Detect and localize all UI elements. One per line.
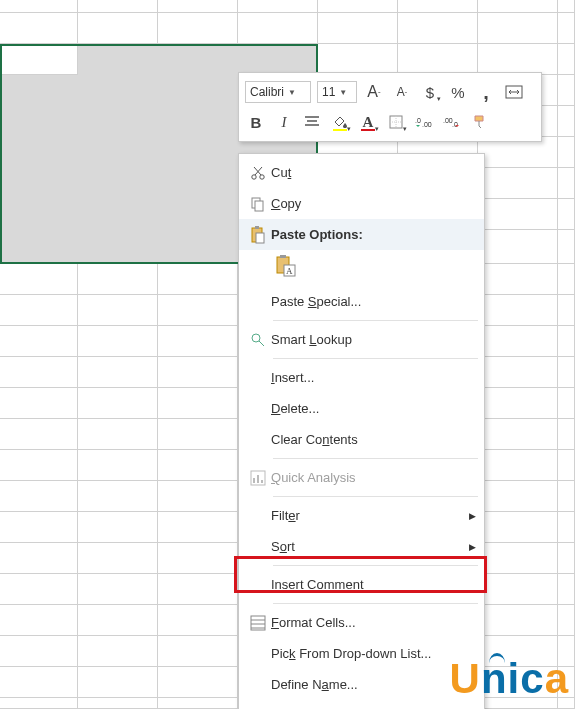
menu-insert-comment[interactable]: Insert Comment bbox=[239, 569, 484, 600]
chevron-down-icon: ▼ bbox=[288, 88, 296, 97]
menu-quick-analysis: Quick Analysis bbox=[239, 462, 484, 493]
quick-analysis-icon bbox=[245, 470, 271, 486]
menu-format-cells[interactable]: Format Cells... bbox=[239, 607, 484, 638]
increase-decimal-button[interactable]: .0.00 bbox=[413, 111, 435, 133]
borders-button[interactable]: ▾ bbox=[385, 111, 407, 133]
menu-label: Format Cells... bbox=[271, 615, 476, 630]
menu-label: Insert Comment bbox=[271, 577, 476, 592]
italic-button[interactable]: I bbox=[273, 111, 295, 133]
mini-toolbar: Calibri ▼ 11 ▼ Aˆ Aˇ $▾ % , B I bbox=[238, 72, 542, 142]
menu-pick-dropdown[interactable]: Pick From Drop-down List... bbox=[239, 638, 484, 669]
search-icon bbox=[245, 332, 271, 348]
menu-sort[interactable]: Sort ▶ bbox=[239, 531, 484, 562]
menu-label: Clear Contents bbox=[271, 432, 476, 447]
font-size-value: 11 bbox=[322, 85, 335, 99]
svg-point-17 bbox=[252, 334, 260, 342]
svg-text:.0: .0 bbox=[452, 121, 458, 128]
svg-point-6 bbox=[252, 174, 256, 178]
menu-label: Smart Lookup bbox=[271, 332, 476, 347]
svg-rect-9 bbox=[255, 201, 263, 211]
svg-point-7 bbox=[260, 174, 264, 178]
svg-rect-11 bbox=[255, 226, 259, 229]
svg-rect-14 bbox=[280, 255, 286, 258]
svg-text:.00: .00 bbox=[422, 121, 432, 128]
menu-label: Copy bbox=[271, 196, 476, 211]
menu-label: Define Name... bbox=[271, 677, 476, 692]
menu-label: Delete... bbox=[271, 401, 476, 416]
bold-button[interactable]: B bbox=[245, 111, 267, 133]
separator bbox=[273, 458, 478, 459]
percent-format-button[interactable]: % bbox=[447, 81, 469, 103]
scissors-icon bbox=[245, 165, 271, 181]
menu-label: Insert... bbox=[271, 370, 476, 385]
accounting-format-button[interactable]: $▾ bbox=[419, 81, 441, 103]
menu-define-name[interactable]: Define Name... bbox=[239, 669, 484, 700]
menu-label: Paste Special... bbox=[271, 294, 476, 309]
menu-paste-options[interactable]: Paste Options: bbox=[239, 219, 484, 250]
separator bbox=[273, 320, 478, 321]
increase-font-button[interactable]: Aˆ bbox=[363, 81, 385, 103]
menu-delete[interactable]: Delete... bbox=[239, 393, 484, 424]
svg-text:A: A bbox=[286, 266, 293, 276]
menu-cut[interactable]: Cut bbox=[239, 157, 484, 188]
submenu-arrow-icon: ▶ bbox=[469, 542, 476, 552]
menu-clear-contents[interactable]: Clear Contents bbox=[239, 424, 484, 455]
svg-rect-20 bbox=[257, 475, 259, 483]
comma-format-button[interactable]: , bbox=[475, 81, 497, 103]
chevron-down-icon: ▼ bbox=[339, 88, 347, 97]
font-name-value: Calibri bbox=[250, 85, 284, 99]
format-painter-button[interactable] bbox=[469, 111, 491, 133]
watermark-logo: Unica bbox=[450, 655, 569, 703]
svg-rect-19 bbox=[253, 478, 255, 483]
svg-rect-12 bbox=[256, 233, 264, 243]
fill-color-button[interactable]: ▾ bbox=[329, 111, 351, 133]
svg-text:.0: .0 bbox=[415, 117, 421, 124]
logo-letter: U bbox=[450, 655, 481, 702]
menu-copy[interactable]: Copy bbox=[239, 188, 484, 219]
clipboard-icon bbox=[245, 226, 271, 244]
menu-filter[interactable]: Filter ▶ bbox=[239, 500, 484, 531]
font-color-button[interactable]: A ▾ bbox=[357, 111, 379, 133]
copy-icon bbox=[245, 196, 271, 212]
separator bbox=[273, 496, 478, 497]
paste-keep-source-button[interactable]: A bbox=[273, 252, 299, 280]
menu-label: Filter bbox=[271, 508, 469, 523]
separator bbox=[273, 358, 478, 359]
menu-label: Paste Options: bbox=[271, 227, 476, 242]
merge-center-button[interactable] bbox=[503, 81, 525, 103]
menu-label: Pick From Drop-down List... bbox=[271, 646, 476, 661]
format-cells-icon bbox=[245, 615, 271, 631]
svg-rect-21 bbox=[261, 480, 263, 483]
context-menu: Cut Copy Paste Options: A Paste Special.… bbox=[238, 153, 485, 709]
center-align-button[interactable] bbox=[301, 111, 323, 133]
font-size-select[interactable]: 11 ▼ bbox=[317, 81, 357, 103]
menu-paste-special[interactable]: Paste Special... bbox=[239, 286, 484, 317]
separator bbox=[273, 565, 478, 566]
font-name-select[interactable]: Calibri ▼ bbox=[245, 81, 311, 103]
decrease-decimal-button[interactable]: .00.0 bbox=[441, 111, 463, 133]
paste-options-row: A bbox=[239, 250, 484, 286]
submenu-arrow-icon: ▶ bbox=[469, 511, 476, 521]
menu-hyperlink[interactable]: Hyperlink... bbox=[239, 700, 484, 709]
menu-smart-lookup[interactable]: Smart Lookup bbox=[239, 324, 484, 355]
menu-label: Cut bbox=[271, 165, 476, 180]
separator bbox=[273, 603, 478, 604]
menu-label: Quick Analysis bbox=[271, 470, 476, 485]
menu-label: Sort bbox=[271, 539, 469, 554]
decrease-font-button[interactable]: Aˇ bbox=[391, 81, 413, 103]
logo-letter: a bbox=[545, 655, 569, 702]
menu-insert[interactable]: Insert... bbox=[239, 362, 484, 393]
